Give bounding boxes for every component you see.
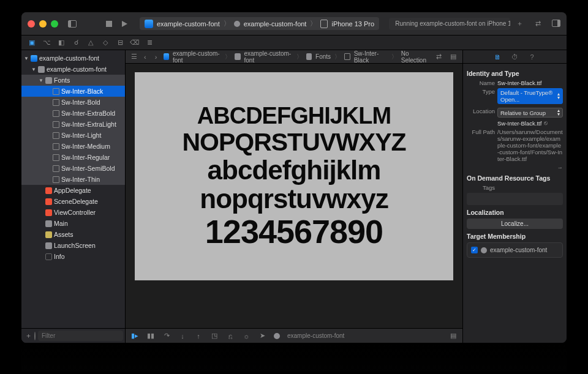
show-debug-area-button[interactable]: ▤ xyxy=(449,332,458,340)
project-navigator-tab[interactable]: ▣ xyxy=(28,39,36,47)
assistant-editor-button[interactable]: ▤ xyxy=(449,53,458,61)
font-file[interactable]: Sw-Inter-SemiBold xyxy=(21,163,125,174)
font-file[interactable]: Sw-Inter-ExtraBold xyxy=(21,108,125,119)
close-window-button[interactable] xyxy=(28,20,35,28)
filter-input[interactable] xyxy=(38,331,123,341)
assets-catalog[interactable]: Assets xyxy=(21,229,125,240)
view-debugger-button[interactable]: ◳ xyxy=(210,332,219,340)
project-navigator: ▼ example-custom-font ▼ example-custom-f… xyxy=(21,50,126,343)
target-name: example-custom-font xyxy=(490,247,547,253)
continue-button[interactable]: ▮▸ xyxy=(130,332,139,340)
pause-button[interactable]: ▮▮ xyxy=(146,332,155,340)
plist-file[interactable]: Info xyxy=(21,251,125,262)
location-filename: Sw-Inter-Black.ttf xyxy=(497,120,541,127)
step-into-button[interactable]: ↓ xyxy=(178,332,187,340)
membership-section-title: Target Membership xyxy=(467,233,563,240)
report-navigator-tab[interactable]: ≣ xyxy=(145,39,154,47)
reveal-in-finder-button[interactable]: → xyxy=(557,164,564,171)
traffic-lights xyxy=(28,20,58,28)
storyboard-file[interactable]: Main xyxy=(21,218,125,229)
activity-status: Running example-custom-font on iPhone 13… xyxy=(389,18,510,30)
add-file-button[interactable]: ＋ xyxy=(25,331,32,340)
sidebar-toggle[interactable] xyxy=(68,20,77,28)
font-file-sw-inter-black[interactable]: Sw-Inter-Black xyxy=(21,86,125,97)
chevron-updown-icon: ▴▾ xyxy=(557,92,560,100)
run-button[interactable] xyxy=(122,21,127,27)
scheme-app-name: example-custom-font xyxy=(157,20,220,28)
location-selector[interactable]: Relative to Group ▴▾ xyxy=(497,108,563,118)
scheme-device: iPhone 13 Pro xyxy=(331,20,374,28)
target-icon xyxy=(481,247,487,253)
identity-section-title: Identity and Type xyxy=(467,70,563,77)
step-over-button[interactable]: ↷ xyxy=(162,332,171,340)
related-items-button[interactable]: ☰ xyxy=(130,53,138,61)
type-label: Type xyxy=(467,88,495,95)
test-navigator-tab[interactable]: ◇ xyxy=(101,39,110,47)
jump-bar[interactable]: ☰ ‹ › example-custom-font〉 example-custo… xyxy=(126,50,462,64)
tags-label: Tags xyxy=(467,184,495,191)
source-control-navigator-tab[interactable]: ⌥ xyxy=(42,39,51,47)
ondemand-section-title: On Demand Resource Tags xyxy=(467,174,563,182)
editor-area: ☰ ‹ › example-custom-font〉 example-custo… xyxy=(126,50,462,343)
inspector-panel: 🗎 ⏱ ? Identity and Type Name Sw-Inter-Bl… xyxy=(462,50,567,343)
status-text: Running example-custom-font on iPhone 13… xyxy=(395,20,510,27)
back-button[interactable]: ‹ xyxy=(141,53,149,61)
issue-navigator-tab[interactable]: △ xyxy=(86,39,95,47)
library-button[interactable]: ＋ xyxy=(515,20,524,28)
source-file[interactable]: SceneDelegate xyxy=(21,196,125,207)
file-icon xyxy=(344,53,350,60)
symbol-navigator-tab[interactable]: ◧ xyxy=(57,39,66,47)
source-file[interactable]: AppDelegate xyxy=(21,185,125,196)
choose-location-button[interactable]: ⎋ xyxy=(544,119,551,127)
environment-overrides-button[interactable]: ☼ xyxy=(242,332,251,340)
source-file[interactable]: ViewController xyxy=(21,207,125,218)
device-icon xyxy=(320,20,328,28)
debug-navigator-tab[interactable]: ⊟ xyxy=(116,39,124,47)
preview-lowercase-2: nopqrstuvwxyz xyxy=(200,184,388,214)
tags-input[interactable] xyxy=(467,193,563,205)
localize-button[interactable]: Localize... xyxy=(467,219,563,229)
target-checkbox[interactable]: ✓ xyxy=(471,247,478,253)
scheme-selector[interactable]: example-custom-font 〉 example-custom-fon… xyxy=(140,17,379,30)
preview-digits: 1234567890 xyxy=(205,214,383,249)
code-review-button[interactable]: ⇄ xyxy=(533,20,542,28)
font-preview: ABCDEFGHIJKLM NOPQRSTUVWXYZ abcdefghijkl… xyxy=(135,72,453,280)
app-icon xyxy=(164,53,169,60)
find-navigator-tab[interactable]: ☌ xyxy=(72,39,80,47)
zoom-window-button[interactable] xyxy=(51,20,58,28)
group-folder[interactable]: ▼ example-custom-font xyxy=(21,64,125,75)
breakpoint-navigator-tab[interactable]: ⌫ xyxy=(130,39,139,47)
font-file[interactable]: Sw-Inter-ExtraLight xyxy=(21,119,125,130)
forward-button[interactable]: › xyxy=(153,53,160,61)
name-value[interactable]: Sw-Inter-Black.ttf xyxy=(497,80,563,86)
font-preview-canvas: ABCDEFGHIJKLM NOPQRSTUVWXYZ abcdefghijkl… xyxy=(126,64,462,328)
file-tree[interactable]: ▼ example-custom-font ▼ example-custom-f… xyxy=(21,50,125,328)
navigator-footer: ＋ xyxy=(21,328,125,343)
history-inspector-tab[interactable]: ⏱ xyxy=(511,53,519,61)
file-inspector-tab[interactable]: 🗎 xyxy=(494,53,502,61)
storyboard-file[interactable]: LaunchScreen xyxy=(21,240,125,251)
recent-filter-button[interactable] xyxy=(34,332,36,340)
chevron-updown-icon: ▴▾ xyxy=(557,109,560,116)
simulate-location-button[interactable]: ➤ xyxy=(258,332,266,340)
window-reflection xyxy=(21,344,567,372)
minimize-window-button[interactable] xyxy=(39,20,47,28)
font-file[interactable]: Sw-Inter-Medium xyxy=(21,141,125,152)
help-inspector-tab[interactable]: ? xyxy=(528,53,537,61)
project-root[interactable]: ▼ example-custom-font xyxy=(21,53,125,64)
inspector-toggle[interactable] xyxy=(552,20,560,27)
font-file[interactable]: Sw-Inter-Regular xyxy=(21,152,125,163)
stop-button[interactable] xyxy=(106,21,112,27)
memory-graph-button[interactable]: ⎌ xyxy=(226,332,235,340)
editor-options-button[interactable]: ⇄ xyxy=(434,53,443,61)
fonts-folder[interactable]: ▼ Fonts xyxy=(21,75,125,86)
font-file[interactable]: Sw-Inter-Bold xyxy=(21,97,125,108)
inspector-tabs: 🗎 ⏱ ? xyxy=(463,50,567,64)
type-selector[interactable]: Default - TrueType® Open... ▴▾ xyxy=(497,88,563,104)
step-out-button[interactable]: ↑ xyxy=(194,332,203,340)
name-label: Name xyxy=(467,80,495,86)
debug-process-name[interactable]: example-custom-font xyxy=(287,332,344,339)
font-file[interactable]: Sw-Inter-Thin xyxy=(21,174,125,185)
location-label: Location xyxy=(467,108,495,114)
font-file[interactable]: Sw-Inter-Light xyxy=(21,130,125,141)
